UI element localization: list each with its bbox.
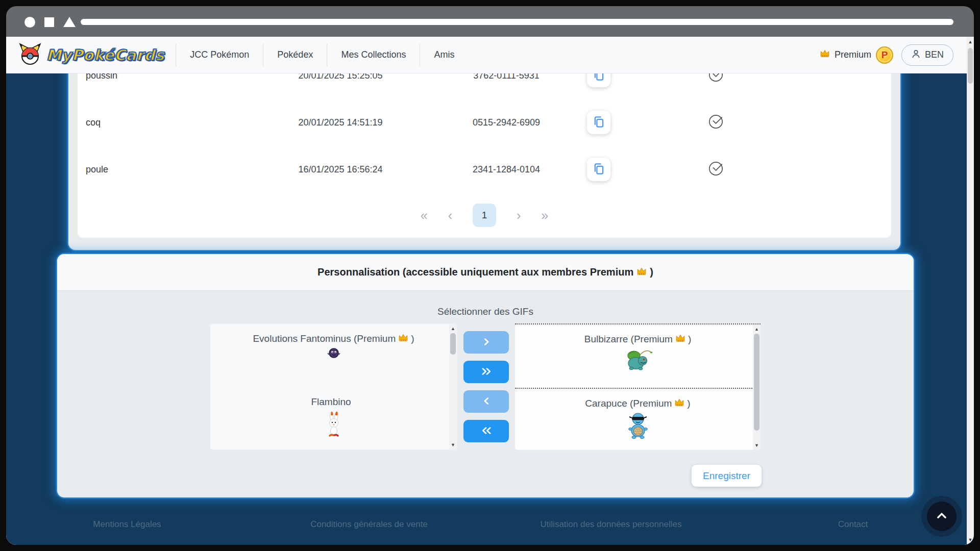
crown-icon [674,398,684,409]
footer-link-conditions-generales-de-vente[interactable]: Conditions générales de vente [248,519,490,530]
gif-list-item[interactable]: Flambino [210,387,457,450]
gif-dual-listbox: Evolutions Fantominus (Premium ) Flambin… [210,323,761,450]
friend-code: 2341-1284-0104 [430,164,583,175]
personalization-title-text: Personnalisation (accessible uniquement … [317,266,633,278]
scrollbar-thumb[interactable] [968,48,973,84]
pagination: « ‹ 1 › » [78,199,891,232]
gastly-sprite [210,347,457,360]
friend-date: 20/01/2025 14:51:19 [251,117,430,128]
gif-name: Bulbizarre (Premium [584,334,673,345]
pagination-last-button[interactable]: » [541,209,548,222]
personalization-title: Personnalisation (accessible uniquement … [57,254,914,291]
move-right-button[interactable] [463,331,509,354]
gif-name: Carapuce (Premium [585,398,672,409]
scrollbar-up-arrow-icon[interactable]: ▲ [967,39,974,44]
move-all-right-button[interactable] [463,361,509,383]
move-left-button[interactable] [463,390,509,413]
page-body: poussin 20/01/2025 15:25:05 3762-0111-59… [6,73,974,545]
bulbasaur-sprite [515,348,761,370]
page-scrollbar[interactable]: ▲ ▼ [967,37,974,545]
scrollbar-down-arrow-icon[interactable]: ▼ [967,537,974,542]
save-button[interactable]: Enregistrer [692,465,762,487]
pokecoin-icon: P [876,46,893,64]
list-scrollbar[interactable]: ▲▼ [449,324,457,449]
move-all-left-button[interactable] [463,420,509,442]
gif-list-item[interactable]: Carapuce (Premium ) [515,388,761,450]
gif-list-item[interactable]: Evolutions Fantominus (Premium ) [210,324,457,387]
pagination-prev-button[interactable]: ‹ [448,209,452,222]
scrollbar-down-arrow-icon[interactable]: ▼ [753,443,761,448]
crown-icon [820,49,830,60]
gif-list-item[interactable]: Bulbizarre (Premium ) [515,324,761,388]
user-account-button[interactable]: BEN [901,44,953,66]
gif-name: Evolutions Fantominus (Premium [253,333,396,344]
user-name: BEN [925,49,944,60]
table-row: poule 16/01/2025 16:56:24 2341-1284-0104 [78,146,891,193]
list-scrollbar[interactable]: ▲▼ [753,324,761,450]
personalization-card: Personnalisation (accessible uniquement … [57,254,914,497]
nav-item-jcc-pokemon[interactable]: JCC Pokémon [176,49,263,60]
copy-icon [593,73,605,83]
friends-table-card: poussin 20/01/2025 15:25:05 3762-0111-59… [68,73,900,250]
check-circle-icon [709,162,723,178]
personalization-title-suffix: ) [650,266,653,278]
url-bar[interactable] [81,19,953,25]
scrollbar-up-arrow-icon[interactable]: ▲ [753,327,761,332]
gif-name: Flambino [311,396,351,408]
personalization-body: Sélectionner des GIFs Evolutions Fantomi… [57,291,914,497]
chevron-double-left-icon [480,426,493,437]
browser-titlebar [6,6,974,37]
friend-code: 0515-2942-6909 [430,117,583,128]
copy-icon [593,116,605,130]
nav-item-pokedex[interactable]: Pokédex [263,49,327,60]
chevron-double-right-icon [480,367,493,378]
scorbunny-sprite [210,411,457,438]
check-circle-icon [709,73,723,84]
footer-link-utilisation-des-donnees-personnelles[interactable]: Utilisation des données personnelles [490,519,732,530]
selected-gifs-list[interactable]: Bulbizarre (Premium ) Carapuce (Premium … [515,323,761,450]
nav-item-mes-collections[interactable]: Mes Collections [327,49,420,60]
window-triangle-icon[interactable] [63,17,76,27]
friend-date: 16/01/2025 16:56:24 [251,164,430,175]
person-icon [911,49,921,61]
pokeball-logo-icon [18,43,42,67]
friend-name: poussin [78,73,251,81]
main-nav: JCC Pokémon Pokédex Mes Collections Amis [176,37,468,73]
transfer-buttons [463,323,509,450]
scrollbar-thumb[interactable] [450,333,456,355]
pagination-current-page[interactable]: 1 [473,204,496,227]
footer-link-mentions-legales[interactable]: Mentions Légales [6,519,248,530]
available-gifs-list[interactable]: Evolutions Fantominus (Premium ) Flambin… [210,323,457,450]
friend-date: 20/01/2025 15:25:05 [251,73,430,81]
copy-code-button[interactable] [587,111,610,134]
pagination-next-button[interactable]: › [517,209,521,222]
crown-icon [636,266,647,278]
chevron-left-icon [482,396,491,407]
copy-code-button[interactable] [587,73,610,87]
friend-code: 3762-0111-5931 [430,73,583,81]
crown-icon [675,334,685,345]
pagination-first-button[interactable]: « [421,209,428,222]
check-circle-icon [709,115,723,131]
header-right: Premium P BEN [820,44,953,66]
copy-code-button[interactable] [587,158,610,181]
site-logo[interactable]: MyPokéCards [18,43,176,67]
page-viewport: poussin 20/01/2025 15:25:05 3762-0111-59… [6,37,974,545]
table-row: coq 20/01/2025 14:51:19 0515-2942-6909 [78,99,891,146]
crown-icon [398,333,408,344]
scrollbar-down-arrow-icon[interactable]: ▼ [449,442,457,447]
friends-table: poussin 20/01/2025 15:25:05 3762-0111-59… [78,73,891,238]
gif-name-suffix: ) [688,334,691,345]
scroll-to-top-button[interactable] [927,502,957,531]
scrollbar-up-arrow-icon[interactable]: ▲ [449,326,457,331]
chevron-up-icon [935,509,948,524]
site-header: MyPokéCards JCC Pokémon Pokédex Mes Coll… [6,37,974,73]
nav-item-amis[interactable]: Amis [420,49,468,60]
gif-name-suffix: ) [411,333,414,344]
friend-name: poule [78,164,251,175]
scrollbar-thumb[interactable] [754,334,760,431]
premium-label: Premium [835,49,871,60]
window-square-icon[interactable] [44,17,54,27]
browser-window: poussin 20/01/2025 15:25:05 3762-0111-59… [0,0,980,551]
window-circle-icon[interactable] [24,17,35,28]
